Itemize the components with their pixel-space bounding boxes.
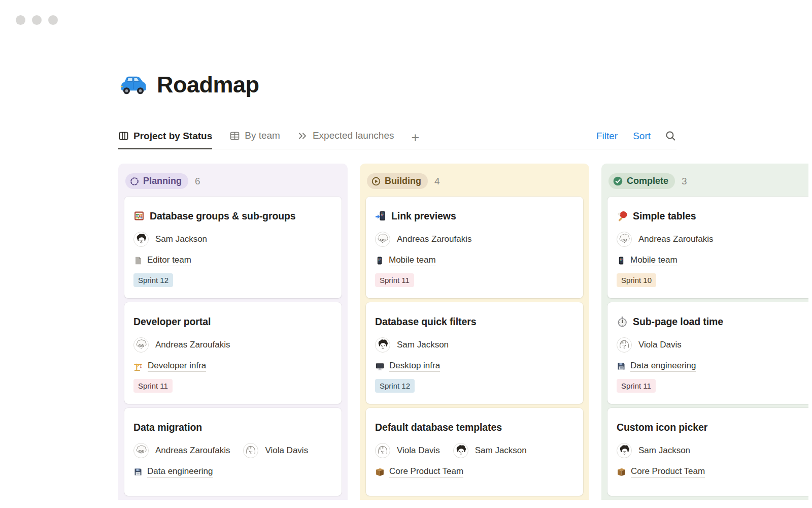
card-title: Link previews — [391, 210, 456, 222]
andreas-avatar — [375, 232, 390, 247]
tab-expected-launches[interactable]: Expected launches — [297, 130, 394, 149]
sam-avatar — [133, 232, 149, 247]
window-control-dot[interactable] — [48, 15, 58, 25]
team-link[interactable]: Editor team — [133, 255, 191, 266]
assignee-name: Sam Jackson — [397, 340, 449, 350]
project-card[interactable]: Default database templates Viola Davis S… — [366, 408, 583, 496]
team-link[interactable]: Data engineering — [133, 466, 213, 478]
sort-button[interactable]: Sort — [633, 131, 651, 142]
double-chevron-icon — [297, 131, 308, 141]
window-controls — [16, 15, 58, 25]
viola-avatar — [617, 337, 632, 353]
box-emoji-icon — [617, 467, 626, 477]
project-card[interactable]: Database groups & sub-groups Sam Jackson… — [124, 197, 342, 298]
team-link[interactable]: Developer infra — [133, 361, 206, 372]
page-icon — [133, 256, 143, 265]
board-column-complete: Complete 3 Simple tables Andreas Zaroufa… — [601, 164, 808, 500]
sprint-tag: Sprint 11 — [133, 379, 173, 393]
window-control-dot[interactable] — [32, 15, 42, 25]
team-label: Developer infra — [148, 361, 206, 372]
status-pill[interactable]: Building — [367, 173, 428, 189]
car-emoji-icon — [119, 73, 148, 97]
project-card[interactable]: Data migration Andreas Zaroufakis Viola … — [124, 408, 342, 496]
window-control-dot[interactable] — [16, 15, 25, 25]
add-view-button[interactable]: + — [411, 133, 420, 149]
team-link[interactable]: Mobile team — [617, 255, 678, 266]
assignee-list: Sam Jackson — [375, 337, 574, 353]
project-card[interactable]: Sub-page load time Viola Davis Data engi… — [607, 302, 808, 404]
status-label: Planning — [143, 176, 182, 186]
status-pill[interactable]: Planning — [125, 173, 188, 189]
assignee-list: Viola Davis Sam Jackson — [375, 443, 574, 458]
sprint-tag: Sprint 11 — [375, 273, 414, 287]
board-column-building: Building 4 Link previews Andreas Zaroufa… — [360, 164, 589, 500]
abacus-emoji-icon — [133, 210, 145, 221]
box-emoji-icon — [375, 467, 385, 477]
search-icon[interactable] — [665, 130, 676, 142]
sprint-tag: Sprint 11 — [617, 379, 656, 393]
card-title: Developer portal — [133, 316, 211, 328]
assignee-name: Andreas Zaroufakis — [155, 446, 230, 456]
assignee: Andreas Zaroufakis — [375, 232, 471, 247]
board-column-planning: Planning 6 Database groups & sub-groups … — [118, 164, 348, 500]
project-card[interactable]: Custom icon picker Sam Jackson Core Prod… — [607, 408, 808, 496]
assignee: Sam Jackson — [617, 443, 690, 458]
column-count: 4 — [434, 176, 440, 187]
assignee-name: Viola Davis — [265, 446, 308, 456]
viola-avatar — [375, 443, 390, 458]
column-header: Complete 3 — [608, 173, 808, 189]
project-card[interactable]: Link previews Andreas Zaroufakis Mobile … — [366, 197, 583, 298]
team-link[interactable]: Mobile team — [375, 255, 436, 266]
team-label: Mobile team — [630, 255, 678, 266]
floppy-emoji-icon — [617, 362, 626, 371]
team-label: Core Product Team — [389, 466, 463, 478]
card-title: Simple tables — [633, 210, 696, 222]
status-label: Building — [385, 176, 421, 186]
dashed-circle-icon — [129, 176, 140, 186]
assignee: Sam Jackson — [133, 232, 207, 247]
page-content: Roadmap Project by Status By team Expect… — [118, 0, 808, 500]
kanban-board: Planning 6 Database groups & sub-groups … — [118, 164, 808, 500]
card-title: Custom icon picker — [617, 422, 707, 433]
column-header: Planning 6 — [125, 173, 341, 189]
assignee-name: Andreas Zaroufakis — [397, 234, 471, 244]
filter-button[interactable]: Filter — [596, 131, 618, 142]
project-card[interactable]: Database quick filters Sam Jackson Deskt… — [366, 302, 583, 404]
toolbar-actions: Filter Sort — [596, 130, 676, 149]
team-label: Editor team — [147, 255, 191, 266]
column-count: 6 — [195, 176, 200, 187]
status-pill[interactable]: Complete — [608, 173, 675, 189]
phone-arrow-emoji-icon — [375, 210, 386, 221]
team-label: Mobile team — [389, 255, 436, 266]
board-view-icon — [118, 131, 129, 141]
tab-project-by-status[interactable]: Project by Status — [118, 131, 212, 150]
table-view-icon — [229, 131, 240, 141]
floppy-emoji-icon — [133, 467, 143, 477]
sam-avatar — [617, 443, 632, 458]
assignee-name: Andreas Zaroufakis — [155, 340, 230, 350]
team-link[interactable]: Desktop infra — [375, 361, 440, 372]
team-link[interactable]: Core Product Team — [375, 466, 463, 478]
card-title: Default database templates — [375, 422, 502, 433]
assignee-list: Sam Jackson — [133, 232, 332, 247]
card-title: Data migration — [133, 422, 202, 433]
assignee: Andreas Zaroufakis — [133, 443, 230, 458]
project-card[interactable]: Simple tables Andreas Zaroufakis Mobile … — [607, 197, 808, 298]
card-title: Database quick filters — [375, 316, 476, 328]
card-list: Database groups & sub-groups Sam Jackson… — [124, 197, 342, 496]
team-label: Desktop infra — [389, 361, 440, 372]
team-link[interactable]: Data engineering — [617, 361, 696, 372]
sam-avatar — [453, 443, 468, 458]
andreas-avatar — [133, 443, 149, 458]
assignee-name: Viola Davis — [397, 446, 440, 456]
project-card[interactable]: Developer portal Andreas Zaroufakis Deve… — [124, 302, 342, 404]
mobile-emoji-icon — [375, 256, 384, 265]
sam-avatar — [375, 337, 390, 353]
check-circle-icon — [613, 176, 623, 186]
tab-by-team[interactable]: By team — [229, 130, 280, 149]
column-count: 3 — [682, 176, 687, 187]
assignee-list: Viola Davis — [617, 337, 808, 353]
team-link[interactable]: Core Product Team — [617, 466, 705, 478]
assignee-name: Viola Davis — [638, 340, 682, 350]
mobile-emoji-icon — [617, 256, 626, 265]
